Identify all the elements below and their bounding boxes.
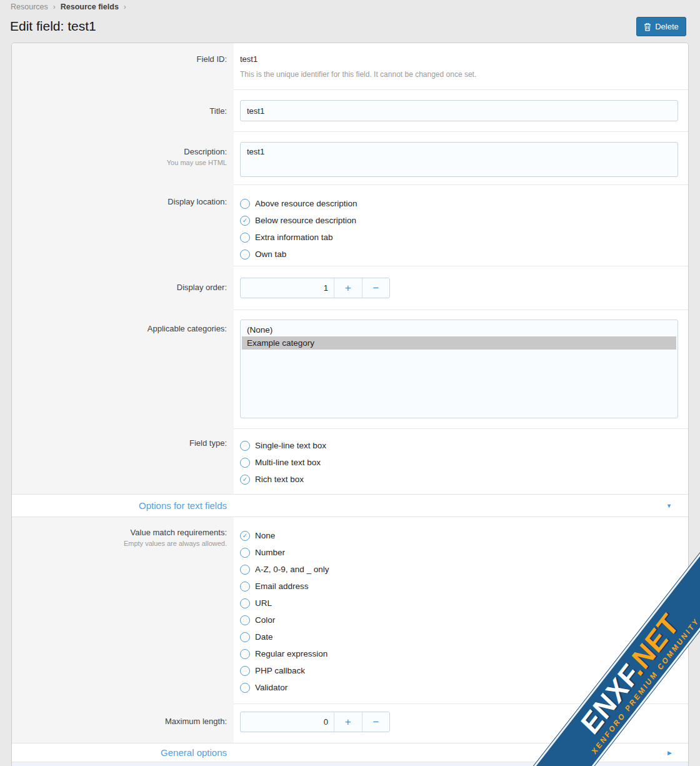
radio-option[interactable]: Extra information tab — [240, 229, 678, 246]
minus-icon: − — [372, 716, 379, 728]
maximum-length-label: Maximum length: — [12, 717, 227, 726]
trash-icon — [644, 23, 651, 31]
maximum-length-label-cell: Maximum length: — [12, 704, 234, 743]
radio-option[interactable]: Email address — [240, 578, 678, 595]
value-match-row: Value match requirements: Empty values a… — [12, 517, 688, 704]
radio-selected-icon: ✓ — [240, 475, 250, 485]
field-id-hint: This is the unique identifier for this f… — [240, 70, 678, 79]
radio-icon — [240, 582, 250, 592]
radio-label: A-Z, 0-9, and _ only — [255, 565, 329, 574]
description-label: Description: — [12, 147, 227, 156]
value-match-label-hint: Empty values are always allowed. — [12, 540, 227, 547]
radio-selected-icon: ✓ — [240, 531, 250, 541]
radio-icon — [240, 632, 250, 642]
maximum-length-row: Maximum length: + − — [12, 704, 688, 743]
maximum-length-stepper: + − — [240, 712, 390, 732]
field-type-row: Field type: Single-line text boxMulti-li… — [12, 429, 688, 494]
field-id-label-cell: Field ID: — [12, 43, 234, 90]
display-order-label: Display order: — [12, 283, 227, 292]
section-options-for-text-fields-label: Options for text fields — [12, 500, 227, 511]
radio-selected-icon: ✓ — [240, 216, 250, 226]
radio-icon — [240, 649, 250, 659]
radio-label: Multi-line text box — [255, 458, 321, 467]
radio-icon — [240, 458, 250, 468]
radio-option[interactable]: ✓Below resource description — [240, 212, 678, 229]
select-option[interactable]: (None) — [242, 323, 676, 336]
section-general-options[interactable]: General options ▶ — [12, 743, 688, 762]
applicable-categories-label: Applicable categories: — [12, 324, 227, 333]
title-label-cell: Title: — [12, 90, 234, 132]
radio-option[interactable]: ✓Rich text box — [240, 471, 678, 488]
radio-label: Above resource description — [255, 199, 358, 208]
applicable-categories-label-cell: Applicable categories: — [12, 310, 234, 429]
radio-label: Email address — [255, 582, 309, 591]
collapsed-section-strip — [12, 762, 688, 766]
radio-option[interactable]: Number — [240, 544, 678, 561]
value-match-label: Value match requirements: — [12, 528, 227, 537]
radio-label: Color — [255, 615, 275, 625]
radio-option[interactable]: A-Z, 0-9, and _ only — [240, 561, 678, 578]
breadcrumb-separator-icon: › — [53, 3, 56, 11]
maximum-length-input[interactable] — [241, 712, 334, 732]
radio-option[interactable]: Own tab — [240, 246, 678, 263]
maximum-length-decrement-button[interactable]: − — [362, 712, 390, 732]
radio-option[interactable]: Multi-line text box — [240, 454, 678, 471]
radio-option[interactable]: Validator — [240, 679, 678, 696]
field-id-row: Field ID: test1 This is the unique ident… — [12, 43, 688, 90]
radio-icon — [240, 199, 250, 209]
radio-option[interactable]: URL — [240, 595, 678, 612]
radio-option[interactable]: Color — [240, 612, 678, 628]
radio-icon — [240, 249, 250, 260]
radio-option[interactable]: Date — [240, 628, 678, 645]
radio-label: Extra information tab — [255, 233, 333, 242]
field-type-label-cell: Field type: — [12, 429, 234, 494]
radio-label: PHP callback — [255, 666, 305, 675]
select-option[interactable]: Example category — [242, 336, 676, 350]
radio-label: None — [255, 531, 275, 540]
applicable-categories-listbox[interactable]: (None)Example category — [240, 320, 678, 418]
section-general-options-label: General options — [12, 747, 227, 758]
radio-option[interactable]: PHP callback — [240, 662, 678, 679]
radio-label: Rich text box — [255, 475, 304, 484]
minus-icon: − — [372, 282, 379, 294]
breadcrumb-separator-icon: › — [124, 3, 126, 11]
radio-label: Number — [255, 548, 285, 557]
radio-icon — [240, 548, 250, 558]
field-type-options: Single-line text boxMulti-line text box✓… — [240, 437, 678, 488]
display-order-increment-button[interactable]: + — [334, 278, 362, 298]
field-type-label: Field type: — [12, 438, 227, 448]
radio-icon — [240, 598, 250, 608]
radio-icon — [240, 615, 250, 625]
description-textarea[interactable]: test1 — [240, 142, 678, 177]
display-order-row: Display order: + − — [12, 266, 688, 310]
description-label-hint: You may use HTML — [12, 159, 227, 166]
plus-icon: + — [345, 716, 351, 728]
display-order-decrement-button[interactable]: − — [362, 278, 390, 298]
value-match-options: ✓NoneNumberA-Z, 0-9, and _ onlyEmail add… — [240, 527, 678, 696]
radio-label: Below resource description — [255, 216, 356, 225]
title-label: Title: — [12, 106, 227, 116]
radio-icon — [240, 666, 250, 676]
chevron-right-icon: ▶ — [668, 750, 672, 756]
radio-icon — [240, 441, 250, 451]
breadcrumb-resources[interactable]: Resources — [11, 3, 48, 11]
radio-label: URL — [255, 598, 272, 608]
display-order-input[interactable] — [241, 278, 334, 298]
value-match-label-cell: Value match requirements: Empty values a… — [12, 517, 234, 704]
field-id-label: Field ID: — [12, 54, 227, 64]
radio-option[interactable]: Single-line text box — [240, 437, 678, 454]
delete-button-label: Delete — [655, 22, 679, 31]
field-id-value: test1 — [240, 54, 678, 64]
section-options-for-text-fields[interactable]: Options for text fields ▼ — [12, 494, 688, 517]
title-input[interactable] — [240, 100, 678, 121]
edit-field-form: Field ID: test1 This is the unique ident… — [11, 43, 689, 766]
radio-option[interactable]: Above resource description — [240, 195, 678, 212]
maximum-length-increment-button[interactable]: + — [334, 712, 362, 732]
radio-label: Own tab — [255, 249, 286, 259]
radio-label: Date — [255, 632, 273, 642]
radio-option[interactable]: ✓None — [240, 527, 678, 544]
radio-icon — [240, 233, 250, 243]
radio-option[interactable]: Regular expression — [240, 645, 678, 662]
breadcrumb-resource-fields[interactable]: Resource fields — [61, 3, 119, 11]
delete-button[interactable]: Delete — [636, 17, 686, 36]
